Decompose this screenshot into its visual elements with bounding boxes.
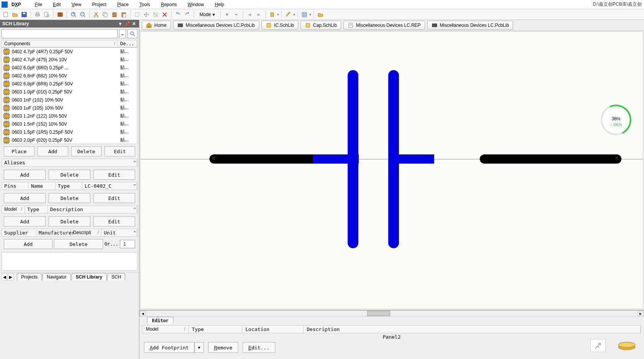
component-icon[interactable] [268, 10, 276, 19]
component-row[interactable]: 0402 6.0pF (6R0) 0.25pF ...贴... [2, 64, 137, 72]
search-icon[interactable] [127, 29, 137, 38]
tab-scroll-left-icon[interactable]: ◄ [2, 274, 8, 280]
menu-file[interactable]: File [29, 1, 47, 8]
search-dropdown-icon[interactable]: ⌄ [119, 29, 126, 38]
tab-cap-schlib[interactable]: Cap.SchLib [301, 21, 341, 30]
model-desc-col[interactable]: Description [48, 206, 137, 213]
grid-col-description[interactable]: Description [304, 326, 641, 333]
cap-plate-right[interactable] [388, 70, 399, 248]
model-col[interactable]: Model [4, 207, 17, 212]
editor-tab[interactable]: Editor [147, 317, 173, 324]
zoom-out-icon[interactable]: - [78, 10, 87, 19]
pins-type-col[interactable]: Type [56, 182, 82, 190]
app-name[interactable]: DXP [9, 1, 23, 8]
descripti-col[interactable]: Descripti [73, 230, 91, 236]
place-button[interactable]: Place [4, 146, 34, 156]
menu-reports[interactable]: Reports [155, 1, 182, 8]
open-file-icon[interactable] [11, 10, 19, 19]
grid-col-type[interactable]: Type [189, 326, 242, 333]
small-dropdown-icon-3[interactable]: ▾ [309, 13, 311, 16]
component-row[interactable]: 0603 1.5nF (152) 10% 50V贴... [2, 120, 137, 128]
menu-project[interactable]: Project [87, 1, 112, 8]
component-row[interactable]: 0603 1nF (102) 10% 50V贴... [2, 96, 137, 104]
move-icon[interactable] [142, 10, 150, 19]
plus-icon[interactable]: + [223, 10, 231, 19]
edit-button[interactable]: Edit [105, 146, 135, 156]
tab-navigator[interactable]: Navigator [42, 273, 70, 280]
undo-icon[interactable] [174, 10, 182, 19]
component-row[interactable]: 0603 1.0pF (010) 0.25pF 50V贴... [2, 88, 137, 96]
add-footprint-button[interactable]: Add Footprint [144, 342, 195, 353]
paste-special-icon[interactable] [119, 10, 128, 19]
components-col-name[interactable]: Components [4, 41, 30, 46]
scroll-left-icon[interactable]: ◄ [140, 311, 146, 316]
panel-dropdown-icon[interactable]: ▾ [118, 21, 123, 26]
nav-forward-icon[interactable]: ► [255, 10, 263, 19]
menu-window[interactable]: Window [182, 1, 209, 8]
deselect-icon[interactable] [151, 10, 160, 19]
zoom-in-icon[interactable]: + [69, 10, 78, 19]
new-file-icon[interactable] [2, 10, 10, 19]
component-row[interactable]: 0402 4.7pF (4R7) 0.25pF 50V贴... [2, 48, 137, 56]
component-row[interactable]: 0402 6.8pF (6R8) 0.25pF 50V贴... [2, 80, 137, 88]
component-row[interactable]: 0402 6.8nF (682) 10% 50V贴... [2, 72, 137, 80]
tool-icon[interactable] [590, 339, 606, 352]
menu-edit[interactable]: Edit [47, 1, 66, 8]
horizontal-scrollbar[interactable]: ◄ ► [139, 310, 644, 316]
menu-view[interactable]: View [66, 1, 87, 8]
pin-right[interactable] [480, 154, 621, 164]
mode-dropdown[interactable]: Mode ▾ [196, 11, 218, 18]
print-preview-icon[interactable] [42, 10, 51, 19]
components-list[interactable]: 0402 4.7pF (4R7) 0.25pF 50V贴...0402 4.7u… [2, 48, 137, 144]
add-footprint-dropdown-icon[interactable]: ▾ [195, 342, 204, 353]
paste-icon[interactable] [110, 10, 119, 19]
delete-button[interactable]: Delete [71, 146, 102, 156]
aliases-edit-button[interactable]: Edit [93, 170, 135, 180]
minus-icon[interactable]: − [232, 10, 240, 19]
pins-edit-button[interactable]: Edit [93, 193, 135, 203]
collapse-icon[interactable]: ⌃ [131, 159, 138, 166]
pin-handle-icon[interactable]: :: [615, 156, 618, 160]
tab-scroll-right-icon[interactable]: ► [8, 274, 14, 280]
menu-tools[interactable]: Tools [134, 1, 155, 8]
pins-delete-button[interactable]: Delete [49, 193, 90, 203]
tab-pcblib-1[interactable]: Miscellaneous Devices LC.PcbLib [173, 21, 259, 30]
tab-sch-library[interactable]: SCH Library [72, 273, 106, 280]
collapse-icon[interactable]: ⌃ [131, 206, 138, 213]
component-row[interactable]: 0603 1.2nF (122) 10% 50V贴... [2, 112, 137, 120]
model-add-button[interactable]: Add [4, 216, 46, 226]
pins-add-button[interactable]: Add [4, 193, 46, 203]
components-col-desc[interactable]: De... [118, 40, 137, 47]
pin-handle-icon[interactable]: :: [212, 156, 216, 160]
model-delete-button[interactable]: Delete [49, 216, 90, 226]
tab-sch[interactable]: SCH [107, 273, 125, 280]
model-type-col[interactable]: Type [25, 206, 48, 213]
small-dropdown-icon[interactable]: ▾ [277, 13, 279, 16]
grid-col-model[interactable]: Model [146, 326, 159, 332]
edit-footprint-button[interactable]: Edit... [243, 342, 275, 353]
component-row[interactable]: 0603 1.5pF (1R5) 0.25pF 50V贴... [2, 128, 137, 136]
model-edit-button[interactable]: Edit [93, 216, 135, 226]
pins-name-col[interactable]: Name [29, 182, 56, 190]
component-row[interactable]: 0603 2.0pF (020) 0.25pF 50V贴... [2, 136, 137, 144]
collapse-icon[interactable]: ⌃ [131, 229, 138, 236]
pins-col[interactable]: Pins [2, 182, 29, 190]
tab-rep[interactable]: Miscellaneous Devices LC.REP [343, 21, 425, 30]
tab-pcblib-2[interactable]: Miscellaneous Devices LC.PcbLib [427, 21, 513, 30]
cut-icon[interactable] [92, 10, 100, 19]
scroll-right-icon[interactable]: ► [637, 311, 644, 316]
folder-icon[interactable] [316, 10, 325, 19]
component-row[interactable]: 0402 4.7uF (475) 20% 10V贴... [2, 56, 137, 64]
search-input[interactable] [2, 29, 118, 38]
menu-help[interactable]: Help [209, 1, 230, 8]
copy-icon[interactable] [101, 10, 110, 19]
aliases-header[interactable]: Aliases [2, 159, 137, 166]
pencil-icon[interactable] [284, 10, 293, 19]
menu-place[interactable]: Place [112, 1, 134, 8]
schematic-canvas[interactable]: :: :: 38% ↓ 0K/s [140, 31, 643, 309]
quantity-stepper[interactable] [120, 240, 135, 248]
book-icon[interactable] [56, 10, 64, 19]
supplier-col[interactable]: Supplier [2, 229, 36, 236]
clear-icon[interactable] [160, 10, 169, 19]
component-row[interactable]: 0603 1uF (105) 10% 50V贴... [2, 104, 137, 112]
